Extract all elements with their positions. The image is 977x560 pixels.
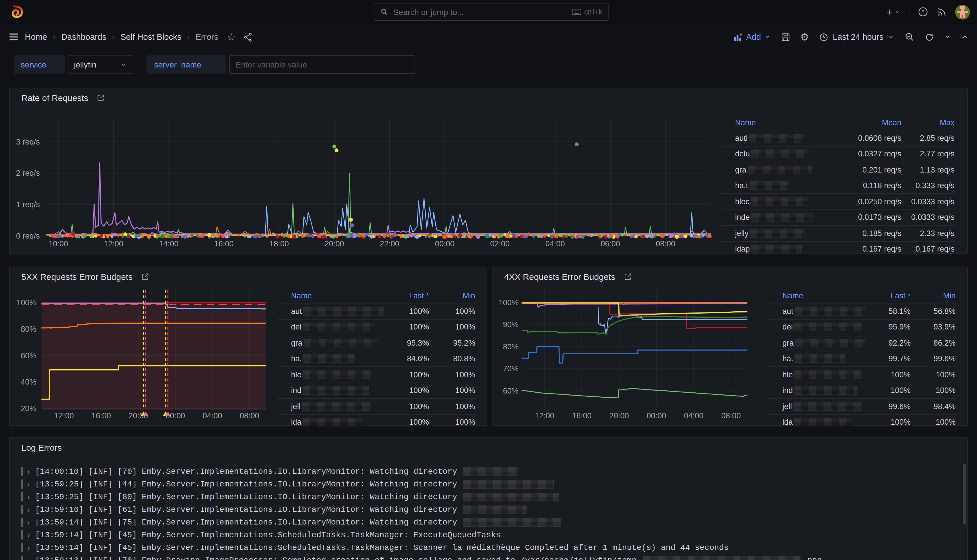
time-range-picker[interactable]: Last 24 hours [819,32,894,42]
expand-chevron-icon[interactable]: › [27,492,30,502]
add-panel-button[interactable]: Add [733,32,771,42]
log-line[interactable]: ›[13:59:14] [INF] [45] Emby.Server.Imple… [22,530,501,540]
search-input[interactable]: Search or jump to... ctrl+k [374,3,609,21]
series-name[interactable]: delu [735,150,845,158]
legend-row[interactable]: ind100%100% [768,382,957,398]
legend-row[interactable]: gra92.2%86.2% [768,335,957,350]
legend-row[interactable]: jell100%100% [277,398,476,414]
svg-text:2 req/s: 2 req/s [16,169,40,177]
collapse-topbar-icon[interactable] [961,33,969,41]
legend-row[interactable]: hle100%100% [768,367,957,382]
legend-row[interactable]: ind100%100% [277,382,476,398]
zoom-out-icon[interactable] [904,32,915,42]
legend-row[interactable]: gra95.3%95.2% [277,335,476,350]
settings-gear-icon[interactable]: ⚙ [800,31,809,43]
panel-title[interactable]: Log Errors [22,443,62,452]
legend-value: 100% [430,386,476,395]
series-name[interactable]: jell [782,402,867,411]
legend-value: 100% [385,386,430,395]
series-name[interactable]: hle [782,370,867,379]
expand-chevron-icon[interactable]: › [27,505,30,514]
series-name[interactable]: aut [782,307,867,316]
legend-row[interactable]: autl0.0608 req/s2.85 req/s [721,130,955,146]
grafana-logo[interactable] [9,4,24,20]
series-name[interactable]: jelly [735,229,845,238]
expand-chevron-icon[interactable]: › [27,556,30,560]
series-name[interactable]: del [291,323,385,332]
log-level-bar [22,480,23,489]
refresh-icon[interactable] [924,32,934,42]
log-line[interactable]: ›[13:59:16] [INF] [61] Emby.Server.Imple… [22,504,528,515]
log-line[interactable]: ›[13:59:25] [INF] [80] Emby.Server.Imple… [22,492,560,502]
legend-row[interactable]: jelly0.185 req/s2.33 req/s [721,225,955,241]
series-name[interactable]: ha.t [735,182,845,190]
legend-row[interactable]: aut58.1%56.8% [768,303,957,319]
legend-row[interactable]: del100%100% [277,319,476,335]
favorite-star-icon[interactable]: ☆ [227,31,236,43]
series-name[interactable]: lda [291,418,385,427]
legend-row[interactable]: jell99.6%98.4% [768,398,957,414]
series-name[interactable]: gra [782,339,867,347]
log-line[interactable]: ›[13:59:14] [INF] [75] Emby.Server.Imple… [22,517,563,527]
legend-row[interactable]: lda100%100% [768,414,957,430]
legend-row[interactable]: hle100%100% [277,367,476,382]
search-shortcut: ctrl+k [571,8,602,16]
series-name[interactable]: hlec [735,197,845,206]
expand-chevron-icon[interactable]: › [27,480,30,489]
breadcrumb-dashboards[interactable]: Dashboards [61,32,106,42]
expand-chevron-icon[interactable]: › [27,518,30,527]
legend-row[interactable]: lda100%100% [277,414,476,430]
log-line[interactable]: ›[13:59:13] [INF] [70] Emby.Drawing.Imag… [22,555,822,560]
series-name[interactable]: hle [291,370,385,379]
legend-row[interactable]: delu0.0327 req/s2.77 req/s [721,146,955,162]
svg-text:?: ? [922,9,924,15]
panel-title[interactable]: 4XX Requests Error Budgets [504,272,632,282]
new-button[interactable] [885,7,901,17]
variable-service-value[interactable]: jellyfin [68,55,134,74]
refresh-interval-caret[interactable] [944,33,951,40]
breadcrumb-home[interactable]: Home [25,32,47,42]
log-scrollbar[interactable] [963,464,966,525]
user-avatar[interactable] [955,4,970,19]
series-name[interactable]: del [782,323,867,332]
legend-row[interactable]: inde0.0173 req/s0.0333 req/s [721,209,955,225]
variable-server-name-input[interactable] [229,55,415,74]
external-link-icon[interactable] [97,93,105,102]
series-name[interactable]: ind [291,386,385,395]
menu-hamburger-icon[interactable] [8,31,20,43]
series-name[interactable]: ind [782,386,867,395]
legend-row[interactable]: ha.84.6%80.8% [277,350,476,367]
series-name[interactable]: ha. [782,355,867,363]
series-name[interactable]: aut [291,307,385,316]
legend-row[interactable]: aut100%100% [277,303,476,319]
series-name[interactable]: lda [782,418,867,427]
legend-row[interactable]: ha.99.7%99.6% [768,350,957,367]
legend-row[interactable]: hlec0.0250 req/s0.0333 req/s [721,193,955,209]
panel-title[interactable]: 5XX Requests Error Budgets [22,272,149,282]
legend-row[interactable]: del95.9%93.9% [768,319,957,335]
log-line[interactable]: ›[13:59:25] [INF] [44] Emby.Server.Imple… [22,479,556,489]
news-rss-icon[interactable] [937,7,947,17]
log-line[interactable]: ›[14:00:10] [INF] [70] Emby.Server.Imple… [22,466,520,477]
save-dashboard-icon[interactable] [781,32,790,42]
series-name[interactable]: inde [735,213,845,222]
series-name[interactable]: jell [291,402,385,411]
log-line[interactable]: ›[13:59:14] [INF] [45] Emby.Server.Imple… [22,542,729,553]
series-name[interactable]: autl [735,134,845,143]
share-icon[interactable] [243,32,253,42]
legend-row[interactable]: ldap0.167 req/s0.167 req/s [721,241,955,257]
external-link-icon[interactable] [140,272,149,281]
external-link-icon[interactable] [623,272,632,281]
breadcrumb-folder[interactable]: Self Host Blocks [120,32,181,42]
expand-chevron-icon[interactable]: › [27,467,30,476]
expand-chevron-icon[interactable]: › [27,543,30,552]
series-name[interactable]: ldap [735,245,845,253]
legend-row[interactable]: gra0.201 req/s1.13 req/s [721,162,955,177]
panel-title[interactable]: Rate of Requests [22,93,105,103]
series-name[interactable]: gra [735,166,845,174]
expand-chevron-icon[interactable]: › [27,530,30,540]
legend-row[interactable]: ha.t0.118 req/s0.333 req/s [721,177,955,193]
series-name[interactable]: ha. [291,355,385,363]
series-name[interactable]: gra [291,339,385,347]
help-icon[interactable]: ? [917,7,929,17]
